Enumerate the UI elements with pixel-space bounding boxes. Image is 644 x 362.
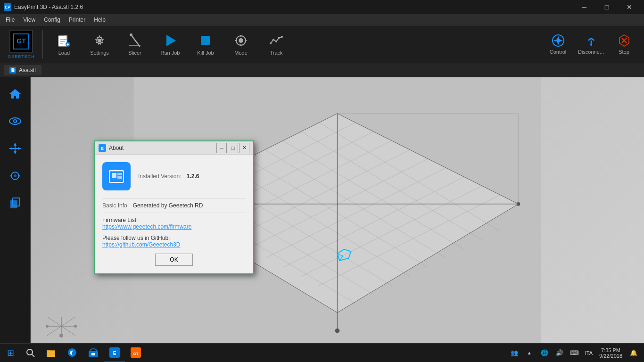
disconnect-icon [585,34,598,47]
svg-text:E: E [113,351,116,356]
sidebar-move-button[interactable] [3,137,27,160]
about-github-url[interactable]: https://github.com/Geeetech3D [102,241,180,248]
app-icon: EP [4,3,11,11]
maximize-button[interactable]: □ [596,0,618,14]
sidebar-home-button[interactable] [3,82,27,106]
svg-point-47 [10,175,12,177]
mode-icon [233,33,248,48]
disconnect-button[interactable]: Disconne... [576,27,606,61]
about-firmware-section: Firmware List: https://www.geeetech.com/… [102,217,246,230]
slicer-label: Slicer [128,50,141,56]
geeetech-logo-svg: GT [13,33,30,50]
slicer-button[interactable]: Slicer [118,27,151,61]
sidebar-view-button[interactable] [3,109,27,133]
taskbar-start-button[interactable]: ⊞ [0,344,21,362]
svg-rect-96 [117,176,122,179]
sidebar-rotate-button[interactable] [3,164,27,188]
svg-point-16 [239,38,243,43]
viewport[interactable]: E About ─ □ ✕ [31,77,644,349]
about-version-block: Installed Version: 1.2.6 [138,173,199,180]
taskbar-notification-icon[interactable]: 🔔 [627,344,640,362]
about-firmware-label: Firmware List: [102,217,246,223]
taskbar-right: 👥 ▲ 🌐 🔊 ⌨ ITA 7:35 PM 9/22/2018 🔔 [508,344,644,362]
file-tab[interactable]: 📄 Asa.stl [4,65,41,75]
svg-point-27 [556,39,560,42]
load-icon [57,33,72,48]
geeetech-taskbar-icon: GT [131,347,141,358]
about-maximize-button[interactable]: □ [228,143,238,153]
toolbar: GT GEEETECH Load Settings [0,25,644,63]
about-ok-button[interactable]: OK [155,254,193,266]
taskbar-explorer-button[interactable] [40,344,61,362]
run-job-button[interactable]: Run Job [154,27,187,61]
mode-label: Mode [234,50,248,56]
control-label: Control [550,49,566,55]
sidebar [0,77,31,349]
svg-marker-28 [557,36,559,39]
taskbar-network-icon[interactable]: 🌐 [538,344,551,362]
about-logo-row: Installed Version: 1.2.6 [102,162,246,190]
tab-file-icon: 📄 [9,67,16,74]
taskbar-store-button[interactable] [83,344,104,362]
menu-help[interactable]: Help [90,16,109,24]
mode-button[interactable]: Mode [224,27,257,61]
about-divider-1 [102,198,246,198]
svg-point-22 [272,39,274,41]
about-dialog-icon: E [99,144,106,152]
svg-point-24 [278,37,280,39]
menu-config[interactable]: Config [40,16,64,24]
about-minimize-button[interactable]: ─ [216,143,227,153]
about-firmware-url[interactable]: https://www.geeetech.com/firmware [102,223,191,230]
control-icon [552,34,565,47]
taskbar-speaker-icon[interactable]: 🔊 [553,344,566,362]
taskbar-search-button[interactable] [21,344,40,362]
svg-marker-45 [9,147,12,150]
svg-point-33 [590,44,592,46]
geeetech-brand-text: GEEETECH [8,54,35,59]
settings-button[interactable]: Settings [83,27,116,61]
svg-rect-94 [112,173,116,178]
menu-file[interactable]: File [2,16,18,24]
about-close-button[interactable]: ✕ [239,143,249,153]
taskbar-clock[interactable]: 7:35 PM 9/22/2018 [596,347,625,359]
about-title: About [109,145,124,151]
load-label: Load [58,50,70,56]
title-bar-controls: ─ □ ✕ [573,0,640,14]
svg-rect-50 [10,200,17,208]
taskbar-people-icon[interactable]: 👥 [508,344,521,362]
about-github-section: Please follow us in GitHub: https://gith… [102,235,246,248]
taskbar-edge-button[interactable] [61,344,83,362]
svg-marker-29 [557,42,559,45]
eye-icon [8,115,22,128]
track-button[interactable]: Track [260,27,293,61]
control-button[interactable]: Control [543,27,573,61]
svg-text:GT: GT [17,37,26,45]
svg-marker-44 [14,151,17,154]
copy-icon [8,197,22,210]
svg-marker-31 [560,40,563,41]
run-job-label: Run Job [161,50,180,56]
taskbar-easyprint-button[interactable]: E [104,344,125,362]
close-button[interactable]: ✕ [619,0,640,14]
about-content: Installed Version: 1.2.6 Basic Info Gene… [95,155,253,273]
svg-point-102 [68,348,76,357]
taskbar-chevron-icon[interactable]: ▲ [523,344,536,362]
svg-point-49 [14,174,17,177]
taskbar-keyboard-icon[interactable]: ⌨ [568,344,581,362]
easyprint-taskbar-icon: E [109,347,120,358]
svg-rect-97 [109,170,124,172]
about-generated-by: Generated by Geeetech RD [133,202,203,209]
menu-view[interactable]: View [19,16,39,24]
menu-printer[interactable]: Printer [65,16,89,24]
svg-point-88 [46,325,49,328]
kill-job-button[interactable]: Kill Job [189,27,222,61]
load-button[interactable]: Load [48,27,81,61]
taskbar-date: 9/22/2018 [599,353,622,359]
sidebar-copy-button[interactable] [3,191,27,215]
svg-point-21 [270,42,272,44]
title-bar-title: EasyPrint 3D - Asa.stl 1.2.6 [14,4,83,10]
stop-button[interactable]: Stop [609,27,639,61]
svg-rect-14 [201,36,210,45]
minimize-button[interactable]: ─ [573,0,595,14]
taskbar-geeetech-button[interactable]: GT [125,344,146,362]
